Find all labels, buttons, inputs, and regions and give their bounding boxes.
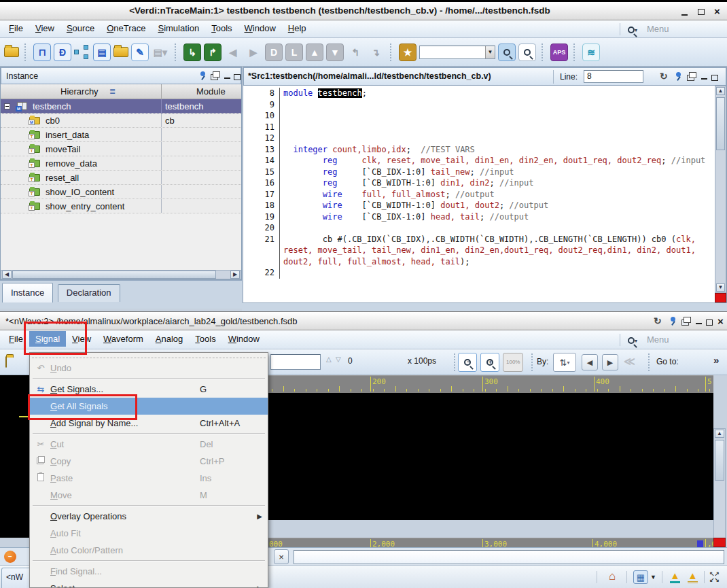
trace-driver-icon[interactable]: D [265,44,283,61]
menu-tearoff-handle[interactable] [32,355,266,358]
search-icon[interactable]: ▾ [628,334,637,345]
tree-row[interactable]: Mtestbenchtestbench [1,99,241,114]
menu-item-get-all-signals[interactable]: Get All Signals [30,398,268,415]
module-column-header[interactable]: Module [196,86,226,97]
connectivity-up-icon[interactable]: ↰ [347,44,364,61]
trace-turn-icon[interactable]: ↱ [204,44,221,61]
chevron-down-icon[interactable]: ▼ [650,574,656,581]
zoom-out-icon[interactable]: − [458,353,477,372]
detach-icon[interactable] [681,317,691,328]
expander-icon[interactable] [4,103,10,109]
menu-item-auto-fit[interactable]: Auto Fit [30,525,268,542]
time-input[interactable] [270,354,321,370]
search-by-icon[interactable]: ⇅▾ [553,353,576,372]
tab-declaration[interactable]: Declaration [58,284,120,302]
scroll-thumb[interactable] [12,271,216,279]
save-session-icon[interactable]: ▤▾ [152,44,169,61]
menu-item-select[interactable]: Select▶ [30,580,268,588]
source-view-icon[interactable]: ▤ [93,44,111,61]
menu-item-copy[interactable]: CopyCtrl+P [30,453,268,470]
edit-source-icon[interactable]: ✎ [131,44,149,61]
analog-split-icon[interactable]: ▲ [688,570,698,583]
scroll-thumb[interactable] [716,97,725,150]
minimize-icon[interactable] [701,71,707,82]
source-code[interactable]: 8module testbench;910111213 integer coun… [243,86,715,293]
menu-item-auto-color-pattern[interactable]: Auto Color/Pattern [30,542,268,559]
expand-window-icon[interactable]: ↖↗↙↘ [709,571,720,583]
prev-transition-icon[interactable]: ◀ [582,354,598,370]
aps-icon[interactable]: APS [550,44,568,61]
trace-down-icon[interactable]: ↳ [183,44,201,61]
pin-icon[interactable] [198,71,207,82]
window-layout-icon[interactable]: ▦ [633,570,648,584]
menu-item-paste[interactable]: PasteIns [30,470,268,487]
tree-row[interactable]: Tshow_entry_content [1,199,241,213]
menu-item-move[interactable]: MoveM [30,487,268,504]
scroll-right-icon[interactable]: ▶ [230,271,240,279]
sync-icon[interactable]: ↻ [654,316,662,326]
open-session-icon[interactable] [113,47,128,57]
pin-icon[interactable] [674,71,682,83]
scroll-left-icon[interactable]: ◀ [2,271,12,279]
menu-file[interactable]: File [3,331,29,347]
zoom-in-icon[interactable]: + [480,353,499,372]
menu-waveform[interactable]: Waveform [97,331,149,347]
close-icon[interactable]: × [714,7,720,16]
tree-row[interactable]: TmoveTail [1,142,241,156]
tree-row[interactable]: Mcb0cb [1,114,241,128]
open-file-icon[interactable] [5,356,7,368]
tree-row[interactable]: Tremove_data [1,156,241,171]
maximize-icon[interactable] [706,317,713,328]
menu-item-find-signal[interactable]: Find Signal... [30,563,268,580]
menu-window[interactable]: Window [238,20,282,36]
menu-item-cut[interactable]: ✂CutDel [30,436,268,453]
sync-icon[interactable]: ↻ [660,71,668,81]
search-icon[interactable]: ▾ [628,24,637,34]
window-tab[interactable]: <nW [1,568,33,588]
ams-icon[interactable]: ≋ [582,44,600,61]
menu-analog[interactable]: Analog [149,331,189,347]
maximize-icon[interactable] [711,73,718,83]
source-vscrollbar[interactable]: ▲ ▼ [715,86,726,293]
detach-icon[interactable] [687,72,696,83]
search-button-icon[interactable] [498,44,516,61]
menu-item-get-signals[interactable]: ⇆Get Signals...G [30,381,268,398]
chevron-down-icon[interactable]: ▼ [485,46,495,58]
tree-row[interactable]: Treset_all [1,171,241,185]
waveform-view-icon[interactable]: ⊓ [33,44,51,61]
maximize-icon[interactable] [234,72,241,82]
schematic-view-icon[interactable]: Ð [54,44,71,61]
menu-item-add-signal-by-name[interactable]: Add Signal by Name...Ctrl+Alt+A [30,415,268,432]
trace-up-icon[interactable]: ▲ [306,44,323,61]
menu-window[interactable]: Window [222,331,266,347]
analog-overlay-icon[interactable]: ▲ [670,570,680,583]
menu-onetrace[interactable]: OneTrace [101,20,152,36]
scroll-down-icon[interactable]: ▼ [716,283,725,292]
minimize-icon[interactable] [224,71,230,81]
connectivity-right-icon[interactable]: ↴ [367,44,385,61]
scroll-thumb[interactable] [715,440,724,481]
resize-corner[interactable] [713,538,726,547]
home-icon[interactable]: ⌂ [609,570,616,583]
zoom-100-icon[interactable]: 100% [503,353,523,372]
pin-icon[interactable] [669,316,677,328]
tree-row[interactable]: Tshow_IO_content [1,185,241,199]
menu-simulation[interactable]: Simulation [152,20,205,36]
toolbar-overflow-icon[interactable]: » [713,354,719,366]
menu-file[interactable]: File [3,20,29,36]
close-tab-icon[interactable]: × [274,549,289,564]
search-combobox[interactable]: ▼ [419,46,495,59]
detach-icon[interactable] [211,71,220,82]
resize-corner[interactable] [715,293,726,302]
menu-search-input[interactable]: Menu [647,24,669,34]
menu-item-undo[interactable]: ↶Undo [30,360,268,377]
find-icon[interactable] [518,44,536,61]
tree-row[interactable]: Tinsert_data [1,128,241,142]
trace-down2-icon[interactable]: ▼ [326,44,344,61]
maximize-icon[interactable] [698,7,705,17]
scroll-up-icon[interactable]: ▲ [716,87,725,95]
forward-icon[interactable]: ▶ [245,44,262,61]
menu-source[interactable]: Source [60,20,101,36]
open-file-icon[interactable] [4,47,19,57]
scroll-up-icon[interactable]: ▲ [715,430,724,438]
